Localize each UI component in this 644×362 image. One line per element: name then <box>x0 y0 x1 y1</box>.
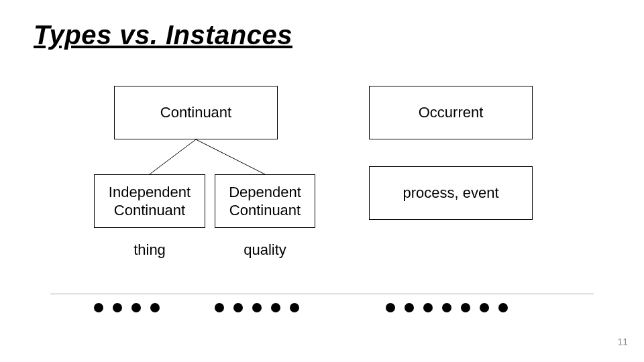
box-continuant: Continuant <box>114 86 278 139</box>
slide-title: Types vs. Instances <box>34 20 292 50</box>
page-number: 11 <box>617 337 628 347</box>
box-independent-continuant: Independent Continuant <box>94 174 205 228</box>
instance-dot <box>233 303 243 312</box>
instance-dot <box>290 303 299 312</box>
instance-dot <box>94 303 103 312</box>
instance-dot <box>271 303 280 312</box>
instance-dot <box>498 303 508 312</box>
box-process-event-label: process, event <box>402 184 498 202</box>
box-occurrent: Occurrent <box>369 86 533 139</box>
dots-group-2 <box>215 303 299 312</box>
label-thing: thing <box>94 241 205 259</box>
instance-dot <box>113 303 122 312</box>
box-dependent-continuant-label: Dependent Continuant <box>229 183 301 220</box>
instance-dot <box>215 303 224 312</box>
instance-dot <box>252 303 262 312</box>
box-continuant-label: Continuant <box>160 103 231 122</box>
svg-line-1 <box>196 139 265 174</box>
box-independent-continuant-label: Independent Continuant <box>109 183 191 220</box>
label-quality: quality <box>215 241 315 259</box>
divider-line <box>50 294 594 294</box>
instance-dot <box>131 303 141 312</box>
dots-group-1 <box>94 303 160 312</box>
svg-line-0 <box>150 139 196 174</box>
instance-dot <box>423 303 433 312</box>
box-process-event: process, event <box>369 166 533 220</box>
box-occurrent-label: Occurrent <box>419 103 484 122</box>
instance-dot <box>405 303 414 312</box>
box-dependent-continuant: Dependent Continuant <box>215 174 315 228</box>
instance-dot <box>150 303 160 312</box>
instance-dot <box>442 303 451 312</box>
instance-dot <box>480 303 489 312</box>
dots-group-3 <box>386 303 508 312</box>
instance-dot <box>386 303 395 312</box>
instance-dot <box>461 303 470 312</box>
